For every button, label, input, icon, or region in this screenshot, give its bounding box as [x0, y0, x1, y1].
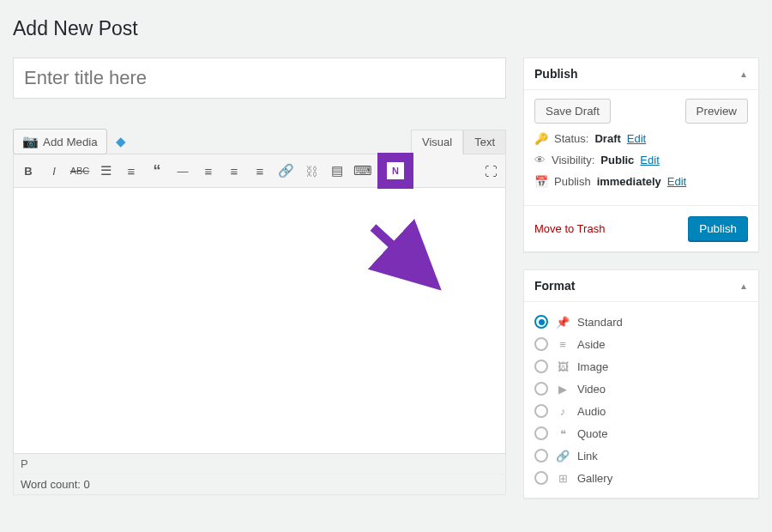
- format-option-link[interactable]: 🔗Link: [534, 444, 748, 467]
- format-option-quote[interactable]: ❝Quote: [534, 422, 748, 444]
- edit-schedule-link[interactable]: Edit: [667, 175, 686, 188]
- onenote-icon: N: [387, 162, 404, 179]
- publish-panel-header[interactable]: Publish ▲: [524, 58, 758, 90]
- radio-icon: [534, 360, 548, 373]
- bullet-list-button[interactable]: ☰: [93, 159, 118, 183]
- format-panel-header[interactable]: Format ▲: [524, 270, 758, 302]
- tab-text[interactable]: Text: [463, 130, 506, 154]
- page-title: Add New Post: [13, 17, 759, 40]
- format-icon: ♪: [556, 405, 570, 418]
- toolbar-toggle-button[interactable]: ⌨: [350, 159, 376, 183]
- preview-button[interactable]: Preview: [685, 99, 748, 124]
- format-icon: 🔗: [556, 450, 570, 462]
- onenote-button[interactable]: N: [381, 156, 410, 185]
- format-title: Format: [534, 279, 575, 293]
- radio-icon: [534, 449, 548, 462]
- format-option-audio[interactable]: ♪Audio: [534, 400, 748, 422]
- format-icon: ❝: [556, 427, 570, 440]
- format-icon: ≡: [556, 338, 570, 351]
- edit-status-link[interactable]: Edit: [627, 132, 646, 145]
- blockquote-button[interactable]: “: [144, 159, 170, 183]
- format-icon: ▶: [556, 383, 570, 396]
- add-media-label: Add Media: [43, 136, 98, 148]
- radio-icon: [534, 382, 548, 396]
- format-icon: ⊞: [556, 472, 570, 485]
- editor-content-area[interactable]: [13, 188, 506, 454]
- visibility-row: 👁 Visibility: Public Edit: [534, 154, 748, 166]
- format-label: Image: [577, 360, 608, 373]
- post-title-input[interactable]: [13, 57, 506, 99]
- format-option-video[interactable]: ▶Video: [534, 378, 748, 400]
- radio-icon: [534, 471, 548, 485]
- add-media-button[interactable]: 📷 Add Media: [13, 129, 107, 154]
- format-option-standard[interactable]: 📌Standard: [534, 311, 748, 333]
- media-icon: 📷: [22, 134, 39, 149]
- hr-button[interactable]: —: [170, 159, 196, 183]
- publish-button[interactable]: Publish: [688, 216, 748, 241]
- tab-visual[interactable]: Visual: [411, 130, 463, 154]
- radio-icon: [534, 404, 548, 418]
- align-left-button[interactable]: ≡: [196, 159, 221, 183]
- format-option-gallery[interactable]: ⊞Gallery: [534, 467, 748, 489]
- italic-button[interactable]: I: [41, 159, 67, 183]
- align-right-button[interactable]: ≡: [247, 159, 273, 183]
- chevron-up-icon: ▲: [739, 281, 748, 291]
- move-to-trash-link[interactable]: Move to Trash: [534, 222, 605, 235]
- editor-status-bar: P Word count: 0: [13, 454, 506, 495]
- fullscreen-button[interactable]: ⛶: [478, 159, 504, 183]
- key-icon: 🔑: [534, 132, 548, 145]
- publish-title: Publish: [534, 67, 578, 81]
- format-panel: Format ▲ 📌Standard≡Aside🖼Image▶Video♪Aud…: [523, 269, 759, 499]
- plugin-icon[interactable]: ◆: [116, 134, 126, 149]
- link-button[interactable]: 🔗: [273, 159, 299, 183]
- format-label: Quote: [577, 427, 607, 440]
- more-button[interactable]: ▤: [324, 159, 350, 183]
- format-label: Gallery: [577, 472, 612, 485]
- publish-panel: Publish ▲ Save Draft Preview 🔑 Status: D…: [523, 57, 759, 252]
- numbered-list-button[interactable]: ≡: [118, 159, 144, 183]
- chevron-up-icon: ▲: [739, 70, 748, 79]
- eye-icon: 👁: [534, 154, 546, 166]
- word-count: Word count: 0: [14, 475, 505, 494]
- format-option-aside[interactable]: ≡Aside: [534, 333, 748, 355]
- save-draft-button[interactable]: Save Draft: [534, 99, 611, 124]
- format-label: Aside: [577, 338, 606, 351]
- bold-button[interactable]: B: [15, 159, 41, 183]
- editor-toolbar: B I ABC ☰ ≡ “ — ≡ ≡ ≡ 🔗 ⛓ ▤ ⌨ N ⛶: [13, 154, 506, 188]
- format-icon: 🖼: [556, 360, 570, 373]
- status-row: 🔑 Status: Draft Edit: [534, 132, 748, 145]
- format-label: Standard: [577, 316, 623, 329]
- unlink-button[interactable]: ⛓: [299, 159, 324, 183]
- edit-visibility-link[interactable]: Edit: [640, 154, 659, 166]
- format-label: Audio: [577, 405, 606, 418]
- format-icon: 📌: [556, 316, 570, 329]
- radio-icon: [534, 337, 548, 351]
- format-label: Link: [577, 450, 598, 462]
- format-option-image[interactable]: 🖼Image: [534, 355, 748, 378]
- radio-icon: [534, 426, 548, 440]
- strikethrough-button[interactable]: ABC: [67, 159, 93, 183]
- schedule-row: 📅 Publish immediately Edit: [534, 175, 748, 188]
- align-center-button[interactable]: ≡: [221, 159, 247, 183]
- calendar-icon: 📅: [534, 175, 548, 188]
- format-label: Video: [577, 383, 606, 396]
- element-path: P: [14, 454, 505, 475]
- radio-icon: [534, 315, 548, 329]
